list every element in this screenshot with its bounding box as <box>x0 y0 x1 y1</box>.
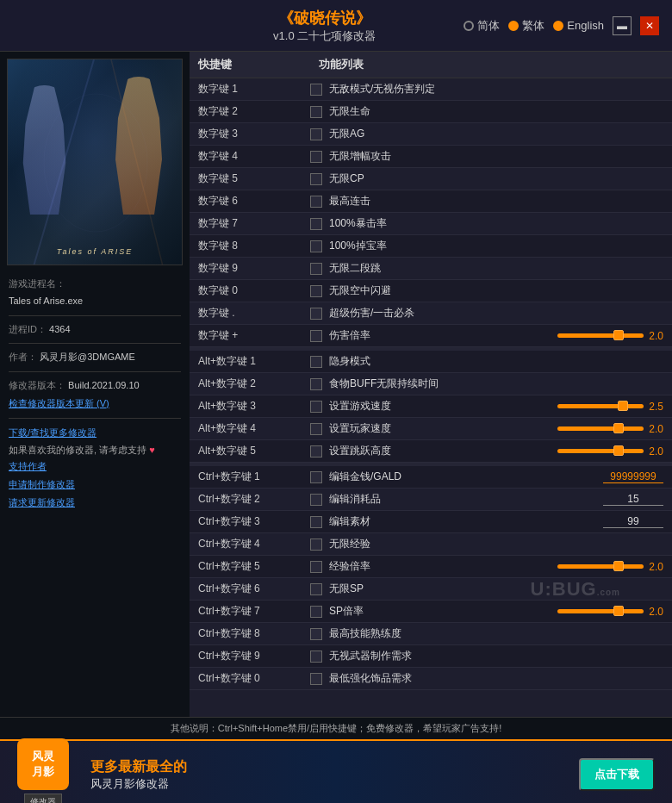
support-text: 如果喜欢我的修改器, 请考虑支持 <box>9 445 146 455</box>
checkbox-15[interactable] <box>310 423 322 435</box>
slider-thumb-14[interactable] <box>618 401 628 411</box>
checkbox-16[interactable] <box>310 445 322 458</box>
input-18[interactable] <box>603 493 663 506</box>
cheat-row-20: Ctrl+数字键 4 无限经验 <box>190 533 672 556</box>
checkbox-24[interactable] <box>310 628 322 640</box>
label-18: 编辑消耗品 <box>329 492 603 507</box>
support-author-link[interactable]: 支持作者 <box>9 458 181 476</box>
checkbox-22[interactable] <box>310 583 322 595</box>
checkbox-17[interactable] <box>310 471 322 483</box>
ad-sub-text: 风灵月影修改器 <box>90 776 187 792</box>
request-trainer-link[interactable]: 申请制作修改器 <box>9 476 181 494</box>
close-button[interactable]: ✕ <box>640 16 659 35</box>
cheat-row-9: 数字键 0 无限空中闪避 <box>190 280 672 302</box>
slider-thumb-23[interactable] <box>613 606 624 616</box>
label-0: 无敌模式/无视伤害判定 <box>329 82 663 96</box>
checkbox-5[interactable] <box>310 196 322 208</box>
checkbox-23[interactable] <box>310 606 322 618</box>
title-center: 《破晓传说》 v1.0 二十七项修改器 <box>185 8 464 44</box>
download-link[interactable]: 下载/查找更多修改器 <box>9 424 181 442</box>
game-image: Tales of ARISE <box>7 59 183 265</box>
checkbox-2[interactable] <box>310 128 322 140</box>
request-update-link[interactable]: 请求更新修改器 <box>9 494 181 512</box>
lang-simplified[interactable]: 简体 <box>464 18 500 34</box>
check-update-link[interactable]: 检查修改器版本更新 (V) <box>9 395 181 413</box>
checkbox-13[interactable] <box>310 378 322 390</box>
label-6: 100%暴击率 <box>329 216 663 231</box>
checkbox-7[interactable] <box>310 240 322 252</box>
checkbox-11[interactable] <box>310 330 322 342</box>
slider-thumb-15[interactable] <box>613 423 624 433</box>
input-19[interactable] <box>603 515 663 528</box>
slider-15[interactable] <box>557 426 644 431</box>
input-17[interactable] <box>603 470 663 483</box>
cheat-row-7: 数字键 8 100%掉宝率 <box>190 235 672 258</box>
slider-14[interactable] <box>557 404 644 408</box>
checkbox-1[interactable] <box>310 106 322 118</box>
label-17: 编辑金钱/GALD <box>329 470 603 484</box>
slider-16[interactable] <box>557 449 644 453</box>
version-row: 修改器版本： Build.2021.09.10 <box>9 377 181 395</box>
checkbox-25[interactable] <box>310 650 322 663</box>
author-value: 风灵月影@3DMGAME <box>40 352 135 362</box>
checkbox-4[interactable] <box>310 173 322 185</box>
ad-left: 风灵 月影 修改器 <box>17 738 69 803</box>
game-title: 《破晓传说》 <box>185 8 464 28</box>
divider-4 <box>9 418 181 419</box>
divider-2 <box>9 343 181 344</box>
tales-logo: Tales of ARISE <box>57 246 133 256</box>
key-10: 数字键 . <box>198 306 310 321</box>
heart-icon: ♥ <box>149 445 155 455</box>
checkbox-20[interactable] <box>310 538 322 551</box>
radio-simplified <box>464 21 474 31</box>
checkbox-6[interactable] <box>310 218 322 230</box>
label-26: 最低强化饰品需求 <box>329 671 663 686</box>
version-label: 修改器版本： <box>9 380 65 390</box>
lang-traditional[interactable]: 繁体 <box>508 18 544 34</box>
checkbox-9[interactable] <box>310 285 322 297</box>
slider-21[interactable] <box>557 564 644 569</box>
label-19: 编辑素材 <box>329 514 603 529</box>
slider-thumb-11[interactable] <box>613 330 624 340</box>
cheat-row-26: Ctrl+数字键 0 最低强化饰品需求 <box>190 668 672 690</box>
label-4: 无限CP <box>329 171 663 186</box>
key-5: 数字键 6 <box>198 194 310 209</box>
checkbox-12[interactable] <box>310 356 322 368</box>
slider-val-23: 2.0 <box>649 606 663 618</box>
slider-thumb-16[interactable] <box>613 445 624 456</box>
ad-download-button[interactable]: 点击下载 <box>579 758 655 791</box>
checkbox-21[interactable] <box>310 561 322 573</box>
cheat-row-6: 数字键 7 100%暴击率 <box>190 213 672 235</box>
ad-banner: 风灵 月影 修改器 更多最新最全的 风灵月影修改器 点击下载 <box>0 739 672 803</box>
slider-thumb-21[interactable] <box>613 561 624 571</box>
cheat-row-10: 数字键 . 超级伤害/一击必杀 <box>190 302 672 325</box>
label-24: 最高技能熟练度 <box>329 626 663 641</box>
checkbox-10[interactable] <box>310 308 322 320</box>
key-1: 数字键 2 <box>198 104 310 119</box>
slider-23[interactable] <box>557 609 644 613</box>
label-8: 无限二段跳 <box>329 261 663 276</box>
checkbox-26[interactable] <box>310 673 322 685</box>
key-23: Ctrl+数字键 7 <box>198 604 310 619</box>
key-24: Ctrl+数字键 8 <box>198 626 310 641</box>
label-21: 经验倍率 <box>329 559 552 574</box>
minimize-button[interactable]: ▬ <box>613 16 632 35</box>
ad-tag: 修改器 <box>24 794 62 803</box>
slider-11[interactable] <box>557 333 644 338</box>
lang-english[interactable]: English <box>553 19 604 32</box>
checkbox-14[interactable] <box>310 401 322 413</box>
divider-1 <box>9 315 181 316</box>
label-5: 最高连击 <box>329 194 663 209</box>
right-panel: 快捷键 功能列表 数字键 1 无敌模式/无视伤害判定 数字键 2 无限生命 数字… <box>190 52 672 717</box>
radio-english <box>553 21 563 31</box>
checkbox-3[interactable] <box>310 151 322 163</box>
checkbox-18[interactable] <box>310 494 322 506</box>
checkbox-8[interactable] <box>310 263 322 275</box>
game-name-row: 游戏进程名： Tales of Arise.exe <box>9 276 181 310</box>
checkbox-19[interactable] <box>310 516 322 528</box>
cheat-row-2: 数字键 3 无限AG <box>190 123 672 146</box>
key-11: 数字键 + <box>198 328 310 343</box>
checkbox-0[interactable] <box>310 84 322 96</box>
cheat-row-19: Ctrl+数字键 3 编辑素材 <box>190 511 672 533</box>
light-beams <box>8 59 183 265</box>
